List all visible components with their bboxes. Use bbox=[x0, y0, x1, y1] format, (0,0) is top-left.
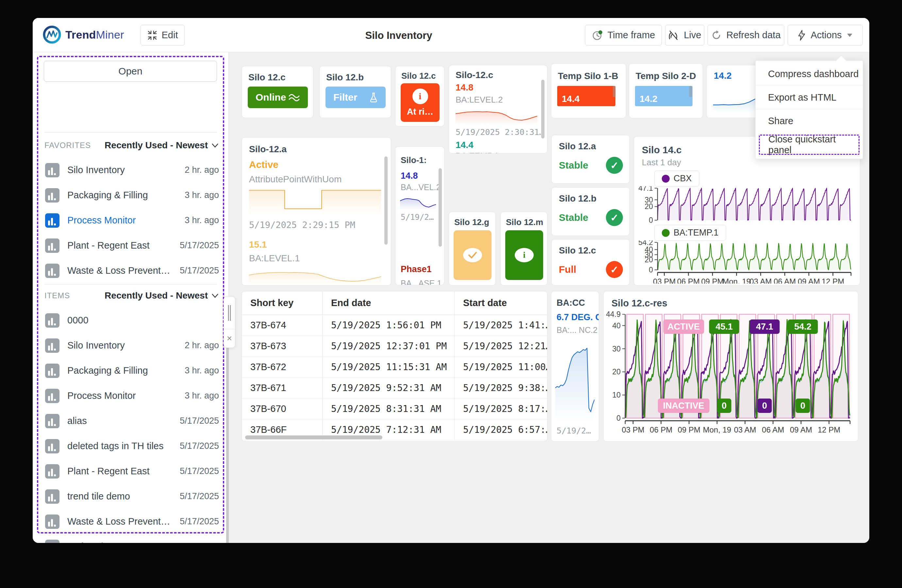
tag-value-2: 14.4 bbox=[456, 140, 474, 150]
legend-cbx: CBX bbox=[654, 170, 699, 186]
items-sort-dropdown[interactable]: Recently Used - Newest bbox=[105, 291, 219, 301]
tile-silo12c-online: Silo 12.c Online bbox=[241, 66, 313, 118]
time-frame-button[interactable]: Time frame bbox=[585, 25, 662, 45]
list-item[interactable]: Silo Inventory 2 hr. ago bbox=[33, 333, 229, 358]
col-end-date[interactable]: End date bbox=[322, 291, 454, 314]
list-item[interactable]: Waste & Loss Prevent… 5/17/2025 bbox=[33, 258, 229, 283]
svg-text:20: 20 bbox=[644, 255, 653, 264]
cell-end-date: 5/19/2025 11:15:31 AM bbox=[322, 357, 454, 377]
refresh-data-button[interactable]: Refresh data bbox=[708, 25, 785, 45]
filter-button[interactable]: Filter bbox=[326, 86, 386, 108]
item-meta: 5/17/2025 bbox=[180, 441, 219, 451]
live-signal-off-icon bbox=[668, 30, 679, 41]
list-item[interactable]: Silo Inventory 2 hr. ago bbox=[33, 158, 229, 183]
actions-button[interactable]: Actions bbox=[788, 25, 863, 45]
item-meta: 3 hr. ago bbox=[185, 215, 219, 225]
edit-button[interactable]: Edit bbox=[141, 25, 185, 45]
tile-scrollbar[interactable] bbox=[438, 168, 442, 247]
item-meta: 3 hr. ago bbox=[185, 391, 219, 401]
svg-text:03 AM: 03 AM bbox=[750, 277, 772, 283]
table-header: Short key End date Start date bbox=[242, 291, 547, 315]
table-row[interactable]: 37B-670 5/19/2025 8:31:31 AM 5/19/2025 8… bbox=[242, 399, 547, 419]
svg-text:12 PM: 12 PM bbox=[818, 425, 840, 434]
live-button[interactable]: Live bbox=[665, 25, 704, 45]
svg-text:12 PM: 12 PM bbox=[822, 277, 844, 283]
col-start-date[interactable]: Start date bbox=[454, 291, 547, 314]
tile-title: Silo 12.c-res bbox=[611, 298, 667, 309]
tile-silo12c-trend: Silo-12.c 14.8 BA:LEVEL.2 5/19/2025 2:30… bbox=[449, 65, 547, 153]
list-item[interactable]: Plant - Regent East 5/17/2025 bbox=[33, 233, 229, 258]
tile-title: Silo 12.c bbox=[559, 246, 596, 256]
list-item[interactable]: trend tile demo 5/17/2025 bbox=[33, 484, 229, 509]
batemp1-chart: 54.2403020003 PM06 PM09 PMMon, 1903 AM06… bbox=[639, 241, 856, 283]
item-name: Packaging & Filling bbox=[67, 190, 182, 200]
actions-label: Actions bbox=[811, 30, 841, 41]
at-risk-status-button[interactable]: i At ri… bbox=[401, 83, 440, 122]
refresh-icon bbox=[711, 30, 722, 41]
logo-icon bbox=[42, 25, 61, 44]
tile-temp-silo-2d: Temp Silo 2-D 14.2 bbox=[629, 63, 703, 118]
list-item[interactable]: Process Monitor 3 hr. ago bbox=[33, 383, 229, 408]
list-item[interactable]: 1 of each 5/17/2025 bbox=[33, 534, 229, 543]
cell-start-date: 5/19/2025 8:17:… bbox=[454, 399, 547, 419]
cell-start-date: 5/19/2025 12:21… bbox=[454, 336, 547, 357]
list-item[interactable]: Plant - Regent East 5/17/2025 bbox=[33, 459, 229, 484]
timestamp: 5/19/2… bbox=[401, 213, 434, 222]
svg-text:06 AM: 06 AM bbox=[774, 277, 796, 283]
table-row[interactable]: 37B-671 5/19/2025 9:52:31 AM 5/19/2025 9… bbox=[242, 378, 547, 399]
svg-text:0: 0 bbox=[649, 216, 653, 223]
list-item[interactable]: deleted tags in TH tiles 5/17/2025 bbox=[33, 433, 229, 459]
list-item[interactable]: Packaging & Filling 3 hr. ago bbox=[33, 358, 229, 383]
item-name: Silo Inventory bbox=[67, 165, 182, 175]
online-status-button[interactable]: Online bbox=[248, 86, 308, 108]
favorites-sort-dropdown[interactable]: Recently Used - Newest bbox=[105, 140, 219, 150]
svg-text:09 PM: 09 PM bbox=[678, 425, 700, 434]
table-row[interactable]: 37B-673 5/19/2025 12:37:01 PM 5/19/2025 … bbox=[242, 336, 547, 357]
tile-scrollbar[interactable] bbox=[541, 80, 545, 139]
svg-text:54.2: 54.2 bbox=[794, 322, 811, 332]
tag-name-2: BA...ASE.1 bbox=[401, 278, 442, 285]
status-text: Active bbox=[249, 159, 279, 170]
menu-item[interactable]: Compress dashboard bbox=[756, 62, 863, 86]
col-short-key[interactable]: Short key bbox=[242, 297, 322, 308]
divider bbox=[44, 284, 217, 285]
list-item[interactable]: Waste & Loss Prevent… 5/17/2025 bbox=[33, 509, 229, 534]
tile-title: Silo 12.b bbox=[326, 72, 364, 83]
list-item[interactable]: Packaging & Filling 3 hr. ago bbox=[33, 183, 229, 208]
items-list: 0000 Silo Inventory 2 hr. ago Packaging … bbox=[33, 308, 229, 543]
item-meta: 5/17/2025 bbox=[180, 416, 219, 426]
tile-title: Silo-12.c bbox=[456, 70, 493, 80]
live-label: Live bbox=[684, 30, 701, 41]
menu-item[interactable]: Export as HTML bbox=[756, 86, 863, 109]
tile-subtitle: Last 1 day bbox=[642, 158, 681, 167]
tile-silo12c-at-risk: Silo 12.c i At ri… bbox=[395, 66, 445, 127]
svg-text:20: 20 bbox=[644, 202, 653, 211]
close-panel-button[interactable]: × bbox=[224, 329, 235, 347]
ok-status-button[interactable] bbox=[454, 230, 492, 280]
table-horizontal-scrollbar[interactable] bbox=[245, 435, 382, 439]
list-item[interactable]: Process Monitor 3 hr. ago bbox=[33, 208, 229, 233]
svg-text:40: 40 bbox=[612, 321, 621, 330]
tag-value: 14.8 bbox=[456, 82, 474, 93]
table-row[interactable]: 37B-672 5/19/2025 11:15:31 AM 5/19/2025 … bbox=[242, 357, 547, 378]
drag-handle[interactable] bbox=[224, 297, 235, 329]
level-bar: 14.4 bbox=[557, 86, 615, 106]
status-text: Stable bbox=[559, 212, 588, 223]
table-row[interactable]: 37B-674 5/19/2025 1:56:01 PM 5/19/2025 1… bbox=[242, 315, 547, 336]
legend-label: BA:TEMP.1 bbox=[673, 228, 719, 238]
list-item[interactable]: 0000 bbox=[33, 308, 229, 333]
svg-text:47.1: 47.1 bbox=[639, 186, 653, 192]
menu-item[interactable]: Share bbox=[756, 109, 863, 133]
info-status-button[interactable]: i bbox=[505, 230, 543, 280]
list-item[interactable]: alias 5/17/2025 bbox=[33, 408, 229, 433]
open-button[interactable]: Open bbox=[44, 61, 217, 82]
item-name: 1 of each bbox=[67, 541, 177, 543]
item-name: Process Monitor bbox=[67, 390, 182, 401]
svg-text:06 AM: 06 AM bbox=[762, 425, 784, 434]
tile-scrollbar[interactable] bbox=[384, 156, 388, 245]
menu-item[interactable]: Close quickstart panel bbox=[759, 134, 860, 155]
check-icon bbox=[463, 248, 482, 262]
item-meta: 5/17/2025 bbox=[180, 466, 219, 476]
legend-label: CBX bbox=[673, 174, 692, 184]
level-value: 14.2 bbox=[640, 94, 658, 104]
